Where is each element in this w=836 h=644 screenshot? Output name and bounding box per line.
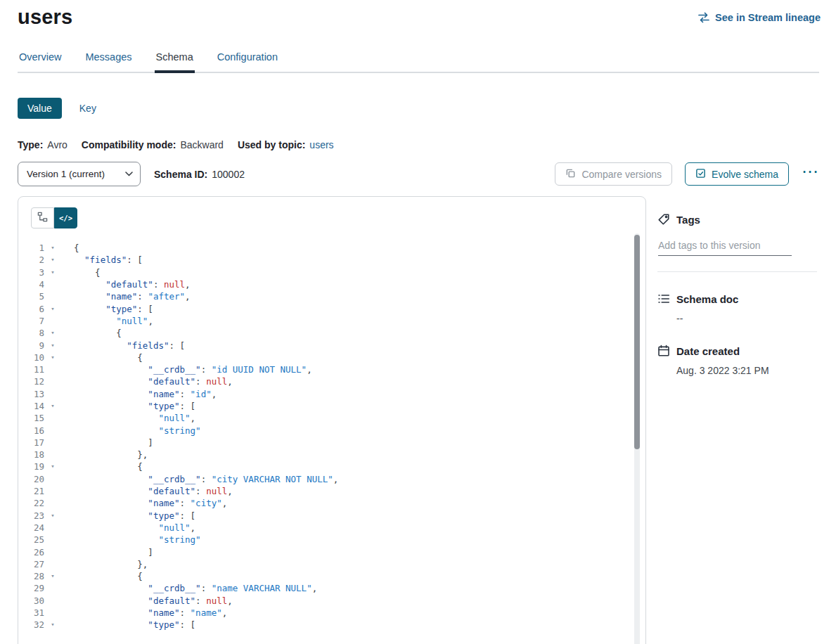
code-line: 4 "default": null, (31, 278, 645, 290)
schema-doc-header: Schema doc (657, 292, 821, 305)
schema-doc-section: Schema doc -- (657, 292, 821, 324)
version-bar: Version 1 (current) Schema ID: 100002 Co… (18, 162, 821, 186)
code-line: 21 "default": null, (31, 485, 645, 497)
version-select[interactable]: Version 1 (current) (18, 162, 141, 186)
fold-toggle-icon[interactable]: ▾ (48, 330, 58, 336)
line-number: 27 (31, 559, 44, 569)
code-text: "null", (74, 413, 195, 423)
code-line: 11 "__crdb__": "id UUID NOT NULL", (31, 363, 645, 375)
code-text: "name": "city", (74, 498, 227, 508)
more-options-button[interactable]: ⋯ (799, 168, 821, 181)
tab-overview[interactable]: Overview (18, 51, 63, 72)
code-line: 18 }, (31, 449, 645, 461)
code-line: 3▾ { (31, 266, 645, 278)
line-number: 26 (31, 547, 44, 558)
schema-meta-row: Type: Avro Compatibility mode: Backward … (18, 139, 836, 150)
date-created-value: Aug. 3 2022 3:21 PM (676, 365, 821, 376)
code-text: "__crdb__": "id UUID NOT NULL", (74, 364, 312, 375)
fold-toggle-icon[interactable]: ▾ (48, 463, 58, 470)
list-icon (657, 292, 670, 305)
topic-label: Used by topic: (238, 139, 305, 150)
topic-link[interactable]: users (309, 139, 333, 150)
fold-toggle-icon[interactable]: ▾ (48, 306, 58, 312)
schema-id-value: 100002 (212, 169, 245, 180)
main-content: </> 1▾{2▾ "fields": [3▾ {4 "default": nu… (18, 196, 836, 644)
tab-configuration[interactable]: Configuration (216, 51, 279, 72)
fold-toggle-icon[interactable]: ▾ (48, 245, 58, 251)
line-number: 4 (31, 279, 44, 290)
line-number: 6 (31, 304, 44, 314)
code-line: 14▾ "type": [ (31, 400, 645, 412)
page-header: users See in Stream lineage (0, 0, 836, 29)
tag-icon (657, 213, 670, 226)
calendar-icon (657, 344, 670, 357)
stream-lineage-link[interactable]: See in Stream lineage (697, 11, 821, 24)
line-number: 7 (31, 316, 44, 326)
code-text: "type": [ (74, 510, 195, 521)
schema-sidebar: Tags Schema doc -- (657, 196, 821, 644)
code-text: "type": [ (74, 619, 195, 630)
code-text: "default": null, (74, 279, 191, 290)
code-line: 6▾ "type": [ (31, 302, 645, 314)
fold-toggle-icon[interactable]: ▾ (48, 257, 58, 263)
tree-view-button[interactable] (31, 207, 54, 228)
code-text: "fields": [ (74, 340, 185, 351)
code-text: "name": "after", (74, 291, 191, 302)
version-select-wrap: Version 1 (current) (18, 162, 141, 186)
editor-scrollbar-thumb[interactable] (634, 235, 640, 449)
code-text: "__crdb__": "name VARCHAR NULL", (74, 583, 317, 593)
fold-toggle-icon[interactable]: ▾ (48, 513, 58, 519)
edit-check-icon (695, 168, 706, 181)
code-line: 28▾ { (31, 570, 645, 582)
fold-toggle-icon[interactable]: ▾ (48, 622, 58, 628)
tab-messages[interactable]: Messages (84, 51, 133, 72)
fold-toggle-icon[interactable]: ▾ (48, 573, 58, 579)
tags-input[interactable] (658, 238, 792, 256)
evolve-schema-button[interactable]: Evolve schema (685, 162, 789, 186)
code-text: ] (74, 437, 153, 448)
code-line: 16 "string" (31, 424, 645, 436)
schema-id-group: Schema ID: 100002 (154, 169, 245, 180)
code-text: { (74, 352, 143, 363)
line-number: 16 (31, 425, 44, 436)
code-view-button[interactable]: </> (54, 207, 77, 228)
line-number: 5 (31, 291, 44, 302)
fold-toggle-icon[interactable]: ▾ (48, 403, 58, 409)
fold-toggle-icon[interactable]: ▾ (48, 342, 58, 349)
code-line: 5 "name": "after", (31, 290, 645, 302)
tree-view-icon (37, 212, 48, 225)
fold-toggle-icon[interactable]: ▾ (48, 354, 58, 361)
date-created-title: Date created (676, 345, 740, 357)
line-number: 8 (31, 328, 44, 338)
code-line: 26 ] (31, 546, 645, 558)
code-text: }, (74, 449, 148, 460)
line-number: 29 (31, 583, 44, 593)
code-line: 20 "__crdb__": "city VARCHAR NOT NULL", (31, 473, 645, 485)
code-text: { (74, 571, 143, 581)
code-text: "default": null, (74, 595, 233, 606)
line-number: 9 (31, 340, 44, 351)
key-toggle-button[interactable]: Key (79, 103, 96, 114)
code-text: "fields": [ (74, 255, 143, 265)
line-number: 25 (31, 534, 44, 545)
sidebar-divider (657, 271, 817, 272)
compare-versions-button[interactable]: Compare versions (555, 162, 672, 186)
code-line: 2▾ "fields": [ (31, 254, 645, 266)
compare-versions-label: Compare versions (581, 169, 662, 180)
code-text: "null", (74, 522, 195, 533)
fold-toggle-icon[interactable]: ▾ (48, 269, 58, 276)
line-number: 32 (31, 619, 44, 630)
line-number: 23 (31, 510, 44, 521)
code-text: "type": [ (74, 304, 153, 314)
line-number: 2 (31, 255, 44, 265)
code-line: 31 "name": "name", (31, 607, 645, 619)
code-text: "type": [ (74, 401, 195, 411)
code-line: 10▾ { (31, 352, 645, 363)
tags-section: Tags (657, 213, 821, 272)
code-line: 27 }, (31, 558, 645, 570)
code-view-icon: </> (59, 214, 72, 222)
editor-scrollbar-track[interactable] (634, 233, 640, 644)
line-number: 17 (31, 437, 44, 448)
tab-schema[interactable]: Schema (155, 51, 195, 72)
value-toggle-button[interactable]: Value (18, 98, 62, 119)
